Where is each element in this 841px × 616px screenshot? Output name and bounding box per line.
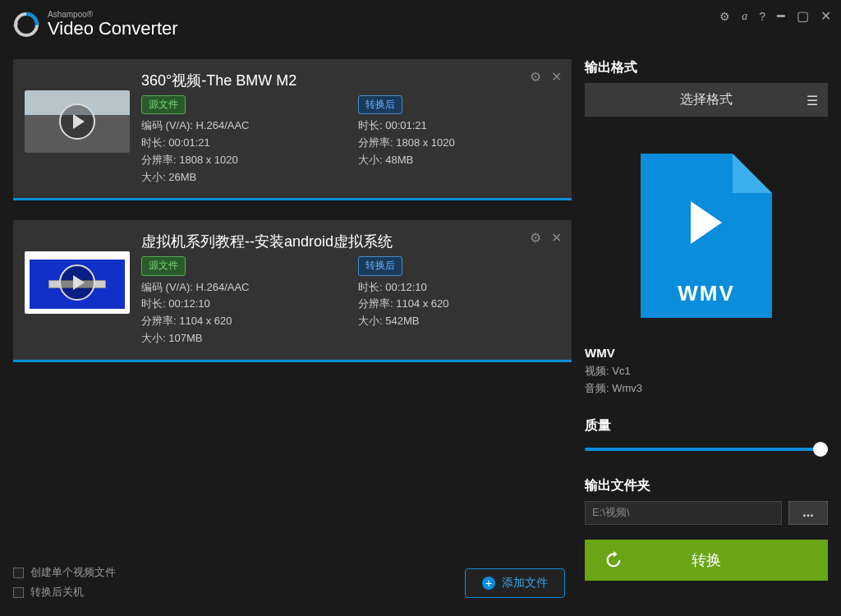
output-format-title: 输出格式 [585,59,828,76]
title-bar: Ashampoo® Video Converter ⚙ a ? ━ ▢ ✕ [0,0,841,49]
source-badge: 源文件 [141,95,186,114]
convert-button[interactable]: 转换 [585,540,828,581]
plus-icon: + [482,577,495,590]
remove-file-icon[interactable]: ✕ [551,69,562,85]
video-thumbnail[interactable] [25,90,130,153]
refresh-icon [604,551,623,569]
bottom-options: 创建单个视频文件 转换后关机 [13,565,116,605]
source-info: 源文件 编码 (V/A): H.264/AAC 时长: 00:01:21 分辨率… [141,95,342,186]
video-thumbnail[interactable] [25,251,130,314]
quality-title: 质量 [585,417,828,434]
slider-thumb[interactable] [813,442,828,457]
file-list-panel: ⚙ ✕ 360°视频-The BMW M2 源文件 编码 (V/A): H.26… [0,49,578,616]
svg-marker-3 [614,551,618,557]
play-icon [59,103,95,140]
target-info: 转换后 时长: 00:12:10 分辨率: 1104 x 620 大小: 542… [358,256,558,347]
progress-bar [13,360,572,362]
logo-icon [13,11,39,38]
minimize-icon[interactable]: ━ [777,8,785,24]
file-card[interactable]: ⚙ ✕ 虚拟机系列教程--安装android虚拟系统 源文件 编码 (V/A): [13,220,572,361]
gear-icon[interactable]: ⚙ [530,69,541,85]
codec-info: WMV 视频: Vc1 音频: Wmv3 [585,343,828,398]
app-logo: Ashampoo® Video Converter [13,10,178,39]
browse-button[interactable]: ... [788,501,828,525]
shutdown-checkbox[interactable]: 转换后关机 [13,585,116,600]
menu-icon: ☰ [807,92,818,108]
file-title: 360°视频-The BMW M2 [141,71,558,90]
quality-section: 质量 [585,417,828,457]
maximize-icon[interactable]: ▢ [797,8,809,24]
remove-file-icon[interactable]: ✕ [551,230,562,246]
close-icon[interactable]: ✕ [820,8,831,24]
select-format-button[interactable]: 选择格式 ☰ [585,83,828,117]
target-badge: 转换后 [358,95,402,114]
quality-slider[interactable] [585,441,828,457]
target-badge: 转换后 [358,256,402,275]
format-preview: WMV [585,133,828,338]
about-icon[interactable]: a [742,10,747,23]
file-card[interactable]: ⚙ ✕ 360°视频-The BMW M2 源文件 编码 (V/A): H.26… [13,59,572,200]
brand-name: Video Converter [48,19,178,39]
target-info: 转换后 时长: 00:01:21 分辨率: 1808 x 1020 大小: 48… [358,95,558,186]
output-folder-input[interactable] [585,501,782,525]
source-info: 源文件 编码 (V/A): H.264/AAC 时长: 00:12:10 分辨率… [141,256,342,347]
source-badge: 源文件 [141,256,186,275]
add-files-button[interactable]: + 添加文件 [465,568,565,598]
gear-icon[interactable]: ⚙ [530,230,541,246]
format-file-icon: WMV [641,154,772,318]
help-icon[interactable]: ? [759,10,765,23]
progress-bar [13,198,572,200]
output-settings-panel: 输出格式 选择格式 ☰ WMV WMV 视频: Vc1 音频: Wmv3 质量 [578,49,841,616]
output-folder-title: 输出文件夹 [585,477,828,494]
output-folder-section: 输出文件夹 ... [585,477,828,525]
file-title: 虚拟机系列教程--安装android虚拟系统 [141,232,558,251]
merge-checkbox[interactable]: 创建单个视频文件 [13,565,116,580]
settings-icon[interactable]: ⚙ [719,10,730,23]
window-controls: ⚙ a ? ━ ▢ ✕ [719,8,831,24]
